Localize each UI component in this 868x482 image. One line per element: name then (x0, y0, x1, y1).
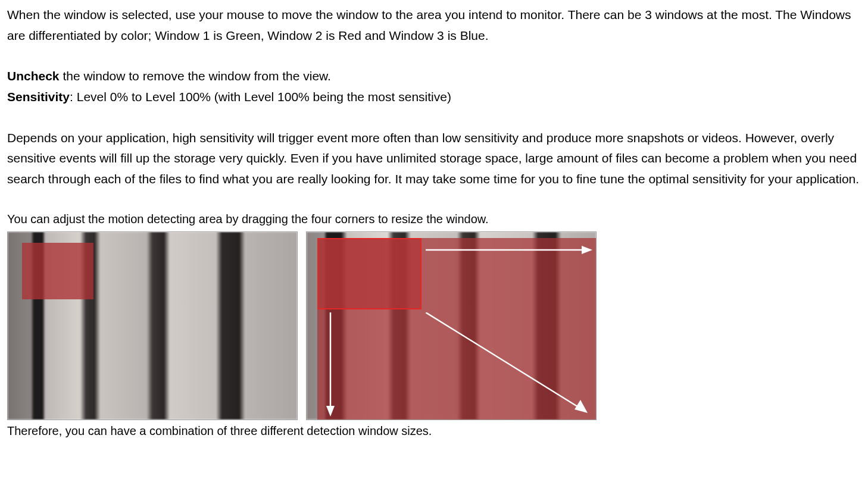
text-adjust: You can adjust the motion detecting area… (7, 212, 489, 226)
svg-marker-3 (326, 406, 335, 417)
paragraph-sensitivity: Sensitivity: Level 0% to Level 100% (wit… (7, 87, 861, 108)
paragraph-depends: Depends on your application, high sensit… (7, 128, 861, 190)
text-depends: Depends on your application, high sensit… (7, 131, 859, 186)
bold-uncheck: Uncheck (7, 69, 60, 83)
svg-marker-1 (582, 246, 592, 254)
image-row (7, 231, 861, 420)
text-sensitivity-rest: : Level 0% to Level 100% (with Level 100… (70, 90, 451, 104)
paragraph-adjust: You can adjust the motion detecting area… (7, 209, 861, 229)
paragraph-uncheck: Uncheck the window to remove the window … (7, 66, 861, 87)
spacer (7, 108, 861, 128)
paragraph-intro: When the window is selected, use your mo… (7, 5, 861, 46)
spacer (7, 189, 861, 209)
arrow-down-icon (324, 312, 336, 417)
bold-sensitivity: Sensitivity (7, 90, 70, 104)
spacer (7, 46, 861, 66)
image-panel-left (7, 231, 298, 420)
text-therefore: Therefore, you can have a combination of… (7, 424, 432, 437)
paragraph-therefore: Therefore, you can have a combination of… (7, 421, 861, 441)
detection-window-outline (317, 238, 421, 309)
svg-line-4 (426, 312, 579, 408)
svg-marker-5 (574, 400, 588, 413)
arrow-diagonal-icon (426, 312, 589, 417)
text-uncheck-rest: the window to remove the window from the… (60, 69, 331, 83)
text-intro: When the window is selected, use your mo… (7, 8, 851, 42)
arrow-right-icon (426, 244, 592, 256)
image-panel-right (306, 231, 597, 420)
detection-window-small (22, 243, 93, 299)
